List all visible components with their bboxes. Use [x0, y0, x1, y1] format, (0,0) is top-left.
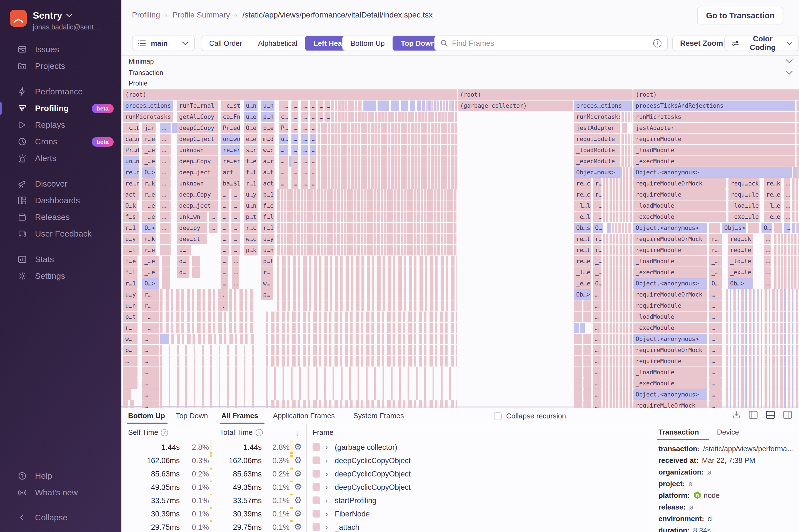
- flame-frame[interactable]: _e…e: [574, 278, 591, 289]
- flame-frame[interactable]: …: [301, 100, 308, 111]
- flame-frame[interactable]: …: [231, 201, 240, 211]
- flame-frame[interactable]: requi…odule: [574, 134, 620, 145]
- flame-frame[interactable]: requireModuleOrMock: [633, 178, 726, 189]
- flame-frame-cluster[interactable]: [774, 278, 799, 289]
- flame-frame[interactable]: …: [232, 256, 239, 267]
- flame-frame[interactable]: …: [292, 178, 298, 189]
- breadcrumb-link[interactable]: Profile Summary: [172, 11, 230, 19]
- flame-frame[interactable]: …: [784, 212, 790, 222]
- flame-frame[interactable]: _lo…le: [728, 256, 753, 267]
- flame-frame[interactable]: f…e: [244, 156, 258, 167]
- flame-frame[interactable]: [574, 300, 582, 311]
- flame-frame[interactable]: [162, 278, 170, 289]
- flame-frame[interactable]: requireModule: [633, 245, 707, 255]
- details-tab-transaction[interactable]: Transaction: [658, 424, 699, 440]
- flame-frame[interactable]: re…ck: [574, 178, 591, 189]
- flame-frame[interactable]: …: [160, 145, 171, 155]
- flame-frame[interactable]: _…e: [142, 256, 159, 267]
- tab-top-down[interactable]: Top Down: [176, 408, 208, 423]
- flame-frame-cluster[interactable]: [277, 234, 457, 244]
- flame-frame-cluster[interactable]: [726, 289, 799, 300]
- flame-frame[interactable]: …: [160, 178, 171, 189]
- self-time-header[interactable]: Self Time?: [128, 428, 168, 437]
- flame-frame-cluster[interactable]: [603, 334, 632, 344]
- flame-frame[interactable]: …: [784, 201, 790, 211]
- flame-frame-cluster[interactable]: [603, 278, 632, 289]
- flame-frame-cluster[interactable]: [621, 134, 632, 145]
- flame-frame[interactable]: [401, 100, 408, 111]
- flame-frame[interactable]: re…r: [123, 178, 139, 189]
- flame-frame[interactable]: …: [709, 334, 722, 344]
- flame-frame[interactable]: [583, 378, 591, 389]
- flame-frame[interactable]: [391, 100, 399, 111]
- flame-frame[interactable]: [583, 334, 591, 344]
- gear-icon[interactable]: ⚙: [294, 468, 302, 479]
- flame-frame[interactable]: Object.<anonymous>: [633, 389, 707, 400]
- flame-frame[interactable]: …: [142, 400, 159, 407]
- flame-frame[interactable]: …: [709, 345, 722, 356]
- flame-frame[interactable]: p…t: [123, 311, 137, 322]
- flame-frame[interactable]: _e…le: [574, 212, 591, 222]
- flame-frame[interactable]: [574, 311, 582, 322]
- sidebar-item-settings[interactable]: Settings: [0, 268, 122, 284]
- sort-option-call-order[interactable]: Call Order: [201, 36, 250, 51]
- flame-frame-cluster[interactable]: [266, 356, 457, 366]
- flame-frame[interactable]: …: [301, 145, 308, 155]
- flame-frame[interactable]: Pr…ed: [221, 123, 240, 133]
- flame-frame-cluster[interactable]: [726, 389, 799, 400]
- flame-frame[interactable]: …: [142, 378, 159, 389]
- flame-frame[interactable]: …: [160, 189, 171, 200]
- sort-option-alphabetical[interactable]: Alphabetical: [250, 36, 305, 51]
- flame-frame[interactable]: r…e: [142, 189, 155, 200]
- expand-chevron-icon[interactable]: ›: [325, 483, 328, 492]
- flame-frame[interactable]: requireModule: [633, 300, 707, 311]
- flame-frame[interactable]: [774, 223, 782, 233]
- sidebar-item-discover[interactable]: Discover: [0, 175, 122, 192]
- flame-frame[interactable]: ba…$1: [221, 178, 240, 189]
- flame-frame-cluster[interactable]: [603, 367, 632, 378]
- flame-frame[interactable]: r…1: [261, 223, 275, 233]
- flame-frame[interactable]: _l…e: [764, 201, 781, 211]
- flame-frame[interactable]: O…: [709, 278, 722, 289]
- flame-frame-cluster[interactable]: [277, 201, 457, 211]
- flame-frame[interactable]: …: [593, 300, 601, 311]
- flame-frame[interactable]: …: [593, 378, 601, 389]
- flame-frame[interactable]: …: [292, 145, 298, 155]
- flame-frame[interactable]: [377, 100, 389, 111]
- flame-frame-cluster[interactable]: [603, 201, 632, 211]
- flame-frame[interactable]: …: [221, 245, 229, 255]
- flame-frame[interactable]: [123, 400, 128, 407]
- flame-frame[interactable]: [160, 234, 171, 244]
- sidebar-item-projects[interactable]: Projects: [0, 58, 122, 74]
- flame-frame-cluster[interactable]: [277, 256, 457, 267]
- flame-frame[interactable]: …: [310, 167, 316, 178]
- flame-frame[interactable]: req…ck: [728, 234, 753, 244]
- flame-frame[interactable]: jestAdapter: [574, 123, 620, 133]
- details-tab-device[interactable]: Device: [717, 424, 739, 440]
- flame-frame[interactable]: [583, 300, 591, 311]
- flame-frame-cluster[interactable]: [266, 378, 457, 389]
- flame-frame[interactable]: a…t: [261, 167, 275, 178]
- flame-frame[interactable]: …: [221, 256, 228, 267]
- flame-frame[interactable]: _…: [709, 256, 722, 267]
- flame-frame[interactable]: [574, 389, 582, 400]
- flame-frame[interactable]: re…ck: [574, 189, 591, 200]
- flame-frame[interactable]: r…: [142, 289, 159, 300]
- flame-frame[interactable]: _…e: [142, 212, 155, 222]
- flame-frame-cluster[interactable]: [422, 100, 457, 111]
- flame-frame-cluster[interactable]: [603, 234, 632, 244]
- flame-frame[interactable]: [797, 167, 799, 178]
- flame-frame[interactable]: …: [593, 356, 601, 366]
- flamegraph-canvas[interactable]: (root)(root)(root)proces…ctionsrunTe…rna…: [122, 88, 799, 407]
- flame-frame[interactable]: [574, 356, 582, 366]
- flame-frame[interactable]: runMicrotasks: [574, 112, 620, 122]
- flame-frame-cluster[interactable]: [603, 256, 632, 267]
- flame-frame[interactable]: _e…e: [764, 212, 781, 222]
- flame-frame[interactable]: …: [310, 145, 316, 155]
- flame-frame[interactable]: _ex…le: [728, 267, 753, 278]
- flame-frame[interactable]: (root): [458, 90, 633, 100]
- flame-frame[interactable]: [797, 134, 799, 145]
- flame-frame[interactable]: O…>: [142, 278, 159, 289]
- flame-frame-cluster[interactable]: [277, 267, 457, 278]
- flame-frame[interactable]: w…: [123, 334, 137, 344]
